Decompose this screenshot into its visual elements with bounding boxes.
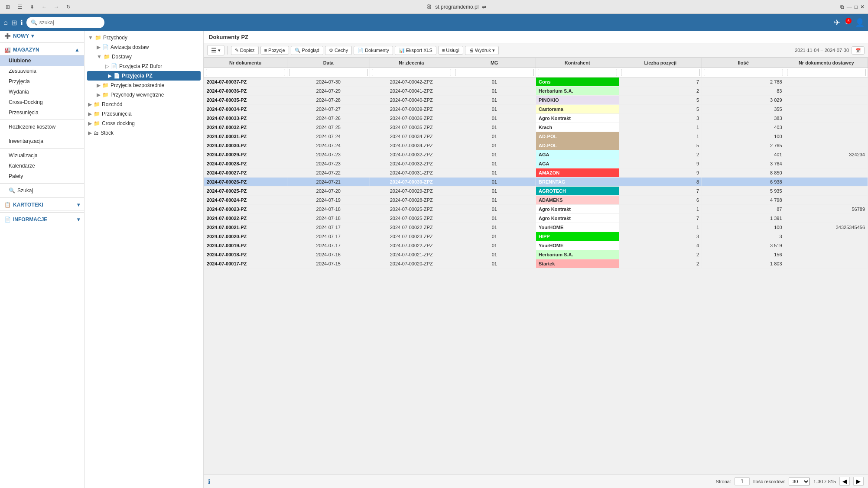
filter-mg[interactable] xyxy=(453,68,536,78)
podglad-button[interactable]: 🔍 Podgląd xyxy=(291,46,323,55)
sidebar-item-wydania[interactable]: Wydania xyxy=(0,87,84,97)
magazyn-header[interactable]: 🏭 MAGAZYN ▲ xyxy=(0,45,84,55)
close-icon[interactable]: ✕ xyxy=(860,4,865,10)
sidebar-item-szukaj[interactable]: 🔍 Szukaj xyxy=(0,185,84,196)
filter-nr-zlecenia[interactable] xyxy=(370,68,453,78)
filter-nr-dokumentu[interactable] xyxy=(204,68,287,78)
tree-dostawy[interactable]: ▼ 📁 Dostawy xyxy=(85,52,203,61)
uslugi-button[interactable]: ≡ Usługi xyxy=(438,46,463,55)
tree-pz-selected[interactable]: ▶ 📄 Przyjęcia PZ xyxy=(87,71,201,81)
sidebar-item-kalendarze[interactable]: Kalendarze xyxy=(0,161,84,171)
apps-icon[interactable]: ⊞ xyxy=(11,19,17,27)
sidebar-item-przesunecia[interactable]: Przesunięcia xyxy=(0,107,84,118)
table-row[interactable]: 2024-07-00034-PZ 2024-07-27 2024-07-0003… xyxy=(204,105,868,114)
next-page-button[interactable]: ▶ xyxy=(853,477,864,486)
filter-data-input[interactable] xyxy=(289,69,368,76)
table-row[interactable]: 2024-07-00017-PZ 2024-07-15 2024-07-0002… xyxy=(204,259,868,268)
table-row[interactable]: 2024-07-00024-PZ 2024-07-19 2024-07-0002… xyxy=(204,196,868,205)
user-icon[interactable]: 👤 xyxy=(855,18,865,27)
prev-page-button[interactable]: ◀ xyxy=(839,477,850,486)
forward-icon[interactable]: → xyxy=(52,3,61,11)
dokumenty-button[interactable]: 📄 Dokumenty xyxy=(354,46,393,55)
sidebar-item-cross-docking[interactable]: Cross-Docking xyxy=(0,97,84,107)
table-row[interactable]: 2024-07-00033-PZ 2024-07-26 2024-07-0003… xyxy=(204,114,868,123)
address-bar[interactable]: ⛓ st.programdemo.pl ⇌ xyxy=(76,4,837,10)
cell-doc-dostawcy xyxy=(785,132,868,141)
filter-data[interactable] xyxy=(287,68,370,78)
eksport-button[interactable]: 📊 Eksport XLS xyxy=(395,46,436,55)
filter-doc-dostawcy-input[interactable] xyxy=(787,69,866,76)
table-row[interactable]: 2024-07-00029-PZ 2024-07-23 2024-07-0003… xyxy=(204,150,868,159)
menu-button[interactable]: ☰ ▾ xyxy=(207,45,224,55)
sidebar-item-rozliczenie[interactable]: Rozliczenie kosztów xyxy=(0,122,84,132)
kartoteki-header[interactable]: 📋 KARTOTEKI ▾ xyxy=(0,200,84,210)
table-row[interactable]: 2024-07-00021-PZ 2024-07-17 2024-07-0002… xyxy=(204,223,868,232)
table-row[interactable]: 2024-07-00031-PZ 2024-07-24 2024-07-0003… xyxy=(204,132,868,141)
tree-awizacja[interactable]: ▶ 📄 Awizacja dostaw xyxy=(85,42,203,52)
records-per-page-select[interactable]: 30 50 100 xyxy=(789,478,810,485)
content-header: Dokumenty PZ xyxy=(204,31,868,43)
table-row[interactable]: 2024-07-00026-PZ 2024-07-21 2024-07-0003… xyxy=(204,178,868,187)
page-number-input[interactable] xyxy=(735,477,750,485)
tree-pz-bufor[interactable]: ▷ 📄 Przyjęcia PZ Bufor xyxy=(85,61,203,71)
table-row[interactable]: 2024-07-00035-PZ 2024-07-28 2024-07-0004… xyxy=(204,96,868,105)
search-box[interactable]: 🔍 xyxy=(26,17,104,28)
nowy-button[interactable]: ➕ NOWY ▾ xyxy=(0,31,84,41)
tree-przychody[interactable]: ▼ 📁 Przychody xyxy=(85,33,203,42)
reload-icon[interactable]: ↻ xyxy=(64,3,73,11)
table-row[interactable]: 2024-07-00036-PZ 2024-07-29 2024-07-0004… xyxy=(204,87,868,96)
table-row[interactable]: 2024-07-00020-PZ 2024-07-17 2024-07-0002… xyxy=(204,232,868,241)
notification-icon[interactable]: ✉ 6 xyxy=(845,19,850,26)
tree-rozchod[interactable]: ▶ 📁 Rozchód xyxy=(85,100,203,109)
sidebar-item-inwentaryzacja[interactable]: Inwentaryzacja xyxy=(0,136,84,146)
tree-wewnetrzne[interactable]: ▶ 📁 Przychody wewnętrzne xyxy=(85,90,203,100)
filter-doc-dostawcy[interactable] xyxy=(785,68,868,78)
restore-icon[interactable]: ⧉ xyxy=(840,4,844,10)
tree-cross-docking[interactable]: ▶ 📁 Cross docking xyxy=(85,119,203,128)
filter-liczba-input[interactable] xyxy=(621,69,700,76)
sidebar-toggle-icon[interactable]: ☰ xyxy=(16,3,24,11)
dopisz-button[interactable]: ✎ Dopisz xyxy=(231,46,259,55)
filter-ilosc[interactable] xyxy=(702,68,785,78)
back-icon[interactable]: ← xyxy=(40,3,49,11)
table-row[interactable]: 2024-07-00023-PZ 2024-07-18 2024-07-0002… xyxy=(204,205,868,214)
tree-stock[interactable]: ▶ 🗂 Stock xyxy=(85,128,203,138)
download-icon[interactable]: ⬇ xyxy=(28,3,36,11)
filter-liczba[interactable] xyxy=(619,68,702,78)
table-row[interactable]: 2024-07-00032-PZ 2024-07-25 2024-07-0003… xyxy=(204,123,868,132)
home-icon[interactable]: ⌂ xyxy=(3,19,8,26)
sidebar-item-wizualizacja[interactable]: Wizualizacja xyxy=(0,150,84,161)
filter-ilosc-input[interactable] xyxy=(704,69,783,76)
table-row[interactable]: 2024-07-00027-PZ 2024-07-22 2024-07-0003… xyxy=(204,168,868,178)
cechy-button[interactable]: ⚙ Cechy xyxy=(325,46,352,55)
info-nav-icon[interactable]: ℹ xyxy=(20,19,23,27)
maximize-icon[interactable]: □ xyxy=(855,4,858,10)
filter-nr-dokumentu-input[interactable] xyxy=(206,69,285,76)
table-row[interactable]: 2024-07-00028-PZ 2024-07-23 2024-07-0003… xyxy=(204,159,868,168)
sidebar-item-przyjecia[interactable]: Przyjęcia xyxy=(0,76,84,87)
wydruk-button[interactable]: 🖨 Wydruk ▾ xyxy=(465,46,499,55)
table-row[interactable]: 2024-07-00037-PZ 2024-07-30 2024-07-0004… xyxy=(204,78,868,87)
table-row[interactable]: 2024-07-00025-PZ 2024-07-20 2024-07-0002… xyxy=(204,187,868,196)
sidebar-item-zestawienia[interactable]: Zestawienia xyxy=(0,66,84,76)
table-row[interactable]: 2024-07-00019-PZ 2024-07-17 2024-07-0002… xyxy=(204,241,868,250)
table-row[interactable]: 2024-07-00018-PZ 2024-07-16 2024-07-0002… xyxy=(204,250,868,259)
table-row[interactable]: 2024-07-00030-PZ 2024-07-24 2024-07-0003… xyxy=(204,141,868,150)
sidebar-item-ulubione[interactable]: Ulubione xyxy=(0,55,84,66)
search-input[interactable] xyxy=(39,19,100,26)
informacje-header[interactable]: 📄 INFORMACJE ▾ xyxy=(0,214,84,225)
calendar-button[interactable]: 📅 xyxy=(852,46,865,55)
filter-kontrahent[interactable] xyxy=(536,68,619,78)
filter-kontrahent-input[interactable] xyxy=(538,69,617,76)
tree-przesunecia2[interactable]: ▶ 📁 Przesunięcia xyxy=(85,109,203,119)
table-row[interactable]: 2024-07-00022-PZ 2024-07-18 2024-07-0002… xyxy=(204,214,868,223)
grid-icon[interactable]: ⊞ xyxy=(3,3,12,11)
pozycje-button[interactable]: ≡ Pozycje xyxy=(260,46,289,55)
tree-bezposrednie[interactable]: ▶ 📁 Przyjęcia bezpośrednie xyxy=(85,81,203,90)
sidebar-item-palety[interactable]: Palety xyxy=(0,171,84,181)
divider-7 xyxy=(0,212,84,213)
filter-mg-input[interactable] xyxy=(455,69,534,76)
filter-nr-zlecenia-input[interactable] xyxy=(372,69,451,76)
plane-icon[interactable]: ✈ xyxy=(834,18,840,27)
minimize-icon[interactable]: — xyxy=(847,4,852,10)
